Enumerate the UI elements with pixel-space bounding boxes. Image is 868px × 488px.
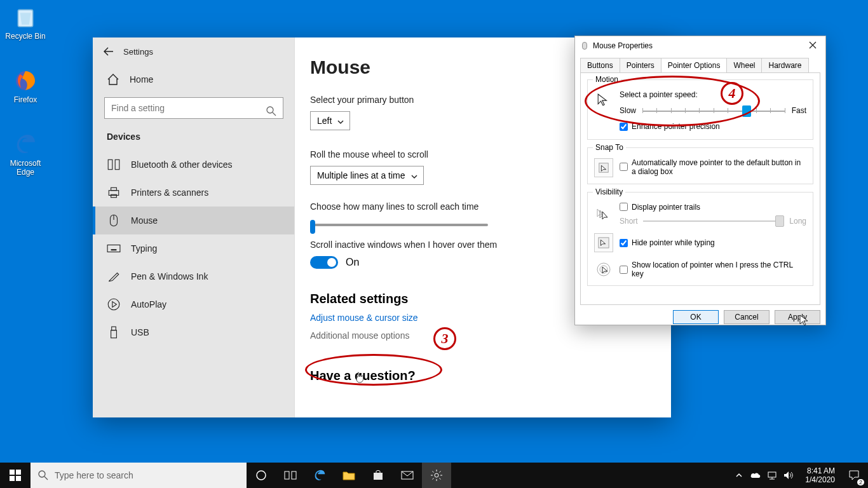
svg-point-17 xyxy=(108,299,119,310)
dialog-button-row: OK Cancel Apply xyxy=(575,310,825,330)
sidebar-item-autoplay[interactable]: AutoPlay xyxy=(93,290,294,318)
taskbar-store[interactable] xyxy=(363,463,393,488)
hide-typing-icon xyxy=(594,233,613,252)
start-button[interactable] xyxy=(0,463,31,488)
tab-pointer-options[interactable]: Pointer Options xyxy=(661,58,728,72)
taskbar-edge[interactable] xyxy=(305,463,334,488)
svg-rect-20 xyxy=(583,42,587,49)
sidebar-item-label: Home xyxy=(130,74,153,85)
sidebar-item-label: AutoPlay xyxy=(131,299,166,309)
primary-button-select[interactable]: Left xyxy=(310,111,350,130)
sidebar-item-label: Pen & Windows Ink xyxy=(131,271,208,281)
trails-slider[interactable]: Short Long xyxy=(620,217,806,226)
svg-rect-26 xyxy=(16,470,21,475)
sidebar-item-label: Mouse xyxy=(131,215,158,226)
svg-rect-7 xyxy=(111,187,117,190)
pointer-speed-slider[interactable] xyxy=(642,104,785,117)
apply-button[interactable]: Apply xyxy=(775,310,820,324)
sidebar-item-home[interactable]: Home xyxy=(93,65,294,93)
close-icon xyxy=(809,41,817,49)
taskbar-explorer[interactable] xyxy=(334,463,363,488)
sidebar-item-typing[interactable]: Typing xyxy=(93,234,294,262)
tray-network[interactable] xyxy=(764,463,780,488)
close-button[interactable] xyxy=(805,40,820,52)
toggle-state: On xyxy=(346,257,359,268)
notification-badge: 2 xyxy=(857,479,864,485)
svg-line-3 xyxy=(273,112,276,116)
tray-onedrive[interactable] xyxy=(748,463,763,488)
visibility-fieldset: Visibility Display pointer trails Short … xyxy=(587,192,813,287)
desktop-icon-firefox[interactable]: Firefox xyxy=(3,67,48,104)
search-icon xyxy=(38,470,48,480)
desktop-icon-edge[interactable]: Microsoft Edge xyxy=(3,131,48,177)
settings-search-input[interactable] xyxy=(104,97,283,119)
sidebar-item-printers[interactable]: Printers & scanners xyxy=(93,179,294,207)
settings-header: Settings xyxy=(93,37,294,65)
settings-title: Settings xyxy=(123,47,153,57)
taskbar-cortana[interactable] xyxy=(247,463,276,488)
volume-icon xyxy=(783,471,794,480)
wheel-select[interactable]: Multiple lines at a time xyxy=(310,166,424,185)
edge-icon xyxy=(313,468,327,482)
sidebar-section-label: Devices xyxy=(93,129,294,151)
taskbar-action-center[interactable]: 2 xyxy=(840,463,868,488)
hide-while-typing-checkbox[interactable]: Hide pointer while typing xyxy=(620,238,715,247)
speed-fast-label: Fast xyxy=(792,106,806,115)
sidebar-item-pen[interactable]: Pen & Windows Ink xyxy=(93,262,294,290)
tray-volume[interactable] xyxy=(781,463,796,488)
svg-rect-27 xyxy=(10,476,15,481)
autoplay-icon xyxy=(107,298,121,311)
store-icon xyxy=(372,470,384,481)
desktop: Recycle Bin Firefox Microsoft Edge Setti… xyxy=(0,0,868,488)
firefox-icon xyxy=(12,67,39,94)
desktop-icon-recycle-bin[interactable]: Recycle Bin xyxy=(3,4,48,41)
dialog-titlebar[interactable]: Mouse Properties xyxy=(575,36,825,55)
pointer-speed-label: Select a pointer speed: xyxy=(620,90,806,99)
desktop-icon-label: Firefox xyxy=(3,95,48,104)
show-location-ctrl-checkbox[interactable]: Show location of pointer when I press th… xyxy=(620,261,806,278)
chevron-up-icon xyxy=(735,471,743,479)
back-button[interactable] xyxy=(99,42,118,61)
speed-slow-label: Slow xyxy=(620,106,636,115)
svg-point-31 xyxy=(257,471,266,480)
desktop-icon-label: Microsoft Edge xyxy=(3,159,48,177)
cancel-button[interactable]: Cancel xyxy=(724,310,770,324)
svg-rect-33 xyxy=(292,471,296,479)
sidebar-item-usb[interactable]: USB xyxy=(93,318,294,346)
taskbar: Type here to search 8:41 AM 1/4/2020 2 xyxy=(0,463,868,488)
taskbar-clock[interactable]: 8:41 AM 1/4/2020 xyxy=(800,466,840,485)
snapto-checkbox[interactable]: Automatically move pointer to the defaul… xyxy=(620,158,806,176)
link-additional-mouse-options[interactable]: Additional mouse options xyxy=(310,330,656,341)
printer-icon xyxy=(107,186,121,199)
dialog-body: Motion Select a pointer speed: Slow xyxy=(580,72,820,305)
svg-rect-19 xyxy=(111,330,117,338)
system-tray xyxy=(728,463,800,488)
chevron-down-icon xyxy=(337,118,344,126)
tab-buttons[interactable]: Buttons xyxy=(580,58,620,72)
sidebar-item-bluetooth[interactable]: Bluetooth & other devices xyxy=(93,151,294,179)
dropdown-value: Multiple lines at a time xyxy=(317,170,405,180)
network-icon xyxy=(767,471,777,480)
sidebar-item-mouse[interactable]: Mouse xyxy=(93,207,294,234)
pen-icon xyxy=(107,270,121,283)
ok-button[interactable]: OK xyxy=(673,310,719,324)
tab-hardware[interactable]: Hardware xyxy=(761,58,808,72)
tab-wheel[interactable]: Wheel xyxy=(726,58,762,72)
cloud-icon xyxy=(750,471,761,479)
enhance-precision-checkbox[interactable]: Enhance pointer precision xyxy=(620,122,720,131)
desktop-icon-label: Recycle Bin xyxy=(3,32,48,41)
display-trails-checkbox[interactable]: Display pointer trails xyxy=(620,203,700,212)
edge-icon xyxy=(12,131,39,158)
tab-pointers[interactable]: Pointers xyxy=(620,58,661,72)
svg-rect-37 xyxy=(768,472,776,477)
cortana-icon xyxy=(255,470,267,481)
taskbar-search[interactable]: Type here to search xyxy=(31,463,247,488)
taskbar-settings[interactable] xyxy=(422,463,451,488)
scroll-lines-slider[interactable] xyxy=(310,218,488,231)
inactive-windows-toggle[interactable] xyxy=(310,256,338,269)
svg-point-29 xyxy=(39,471,45,477)
taskbar-mail[interactable] xyxy=(393,463,422,488)
tray-show-hidden[interactable] xyxy=(731,463,747,488)
taskbar-taskview[interactable] xyxy=(276,463,305,488)
motion-pointer-icon xyxy=(594,90,613,109)
